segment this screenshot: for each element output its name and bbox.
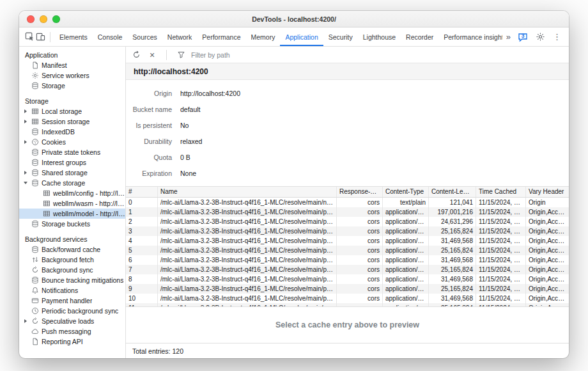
sidebar-item-manifest[interactable]: Manifest bbox=[19, 60, 125, 70]
tab-recorder[interactable]: Recorder bbox=[401, 28, 438, 46]
column-header-vary-header[interactable]: Vary Header bbox=[526, 187, 569, 197]
table-row[interactable]: 0 /mlc-ai/Llama-3.2-3B-Instruct-q4f16_1-… bbox=[126, 198, 569, 207]
settings-gear-icon[interactable] bbox=[535, 31, 546, 42]
tab-sources[interactable]: Sources bbox=[127, 28, 162, 46]
cell-content-type: application/oc… bbox=[383, 236, 429, 246]
sidebar-item-private-state-tokens[interactable]: Private state tokens bbox=[19, 147, 125, 157]
column-header-index[interactable]: # bbox=[126, 187, 158, 197]
cell-time-cached: 11/15/2024, 10… bbox=[476, 255, 526, 265]
column-header-content-length[interactable]: Content-Length bbox=[429, 187, 476, 197]
tab-application[interactable]: Application bbox=[280, 28, 323, 46]
sidebar-item-storage-buckets[interactable]: Storage buckets bbox=[19, 219, 125, 229]
sidebar-item-storage[interactable]: Storage bbox=[19, 81, 125, 91]
tab-elements[interactable]: Elements bbox=[54, 28, 93, 46]
sidebar-item-cache-webllm-config[interactable]: webllm/config - http://loc… bbox=[19, 188, 125, 198]
sidebar-item-speculative-loads[interactable]: Speculative loads bbox=[19, 316, 125, 326]
sidebar-item-bounce-tracking-mitigations[interactable]: Bounce tracking mitigations bbox=[19, 275, 125, 285]
issues-badge[interactable]: 3 bbox=[518, 32, 528, 42]
chevron-right-icon[interactable] bbox=[22, 319, 29, 323]
sidebar-item-cookies[interactable]: Cookies bbox=[19, 137, 125, 147]
minimize-window-button[interactable] bbox=[40, 15, 47, 23]
sidebar-item-service-workers[interactable]: Service workers bbox=[19, 70, 125, 81]
menu-dots-icon[interactable]: ⋮ bbox=[553, 32, 561, 42]
cell-response-type: cors bbox=[337, 255, 383, 265]
cell-time-cached: 11/15/2024, 10… bbox=[476, 274, 526, 284]
cell-content-length: 197,001,216 bbox=[429, 207, 476, 217]
table-row[interactable]: 8 /mlc-ai/Llama-3.2-3B-Instruct-q4f16_1-… bbox=[126, 274, 569, 284]
chevron-down-icon[interactable] bbox=[22, 182, 29, 184]
chevron-right-icon[interactable] bbox=[22, 171, 29, 175]
sidebar-item-payment-handler[interactable]: Payment handler bbox=[19, 296, 125, 306]
filter-by-path-input[interactable] bbox=[191, 51, 319, 59]
chevron-right-icon[interactable] bbox=[22, 120, 29, 123]
sidebar-item-back-forward-cache[interactable]: Back/forward cache bbox=[19, 244, 125, 255]
devtools-window: DevTools - localhost:4200/ Elements Cons… bbox=[19, 11, 569, 358]
cell-vary-header: Origin,Access… bbox=[526, 284, 569, 294]
tabbar-right-controls: » 3 ⋮ bbox=[502, 31, 569, 42]
sidebar-item-background-fetch[interactable]: Background fetch bbox=[19, 255, 125, 265]
tab-security[interactable]: Security bbox=[323, 28, 358, 46]
more-tabs-button[interactable]: » bbox=[506, 32, 511, 42]
sidebar-item-cache-storage[interactable]: Cache storage bbox=[19, 178, 125, 188]
tab-lighthouse[interactable]: Lighthouse bbox=[358, 28, 401, 46]
sidebar-item-cache-webllm-model[interactable]: webllm/model - http://loc… bbox=[19, 209, 125, 219]
table-row[interactable]: 6 /mlc-ai/Llama-3.2-3B-Instruct-q4f16_1-… bbox=[126, 255, 569, 265]
cache-entries-table: # Name Response-Type Content-Type Conten… bbox=[126, 186, 569, 306]
cell-content-length: 25,165,824 bbox=[429, 226, 476, 236]
cache-storage-panel: × http://localhost:4200 Originhttp://loc… bbox=[126, 47, 569, 358]
chevron-right-icon[interactable] bbox=[22, 109, 29, 113]
window-titlebar: DevTools - localhost:4200/ bbox=[19, 11, 569, 28]
table-row[interactable]: 7 /mlc-ai/Llama-3.2-3B-Instruct-q4f16_1-… bbox=[126, 265, 569, 274]
table-row[interactable]: 10 /mlc-ai/Llama-3.2-3B-Instruct-q4f16_1… bbox=[126, 294, 569, 303]
database-icon bbox=[31, 128, 39, 136]
tab-memory[interactable]: Memory bbox=[245, 28, 280, 46]
cell-name: /mlc-ai/Llama-3.2-3B-Instruct-q4f16_1-ML… bbox=[158, 246, 337, 255]
cell-time-cached: 11/15/2024, 10… bbox=[476, 246, 526, 255]
sidebar-item-background-sync[interactable]: Background sync bbox=[19, 265, 125, 275]
table-row[interactable]: 3 /mlc-ai/Llama-3.2-3B-Instruct-q4f16_1-… bbox=[126, 226, 569, 236]
sidebar-item-cache-webllm-wasm[interactable]: webllm/wasm - http://loca… bbox=[19, 198, 125, 209]
cell-name: /mlc-ai/Llama-3.2-3B-Instruct-q4f16_1-ML… bbox=[158, 274, 337, 284]
tab-label: Performance insights bbox=[444, 33, 502, 41]
inspect-icon[interactable] bbox=[24, 31, 35, 42]
meta-label: Quota bbox=[126, 154, 172, 161]
column-header-content-type[interactable]: Content-Type bbox=[383, 187, 429, 197]
table-row[interactable]: 9 /mlc-ai/Llama-3.2-3B-Instruct-q4f16_1-… bbox=[126, 284, 569, 294]
column-header-name[interactable]: Name bbox=[158, 187, 337, 197]
sidebar-item-session-storage[interactable]: Session storage bbox=[19, 116, 125, 127]
table-row[interactable]: 2 /mlc-ai/Llama-3.2-3B-Instruct-q4f16_1-… bbox=[126, 217, 569, 226]
column-header-response-type[interactable]: Response-Type bbox=[337, 187, 383, 197]
table-row[interactable]: 4 /mlc-ai/Llama-3.2-3B-Instruct-q4f16_1-… bbox=[126, 236, 569, 246]
origin-section-header[interactable]: http://localhost:4200 bbox=[126, 63, 569, 80]
tab-network[interactable]: Network bbox=[162, 28, 197, 46]
chevron-right-icon[interactable] bbox=[22, 140, 29, 144]
tab-console[interactable]: Console bbox=[93, 28, 128, 46]
sidebar-item-push-messaging[interactable]: Push messaging bbox=[19, 326, 125, 336]
sidebar-item-reporting-api[interactable]: Reporting API bbox=[19, 336, 125, 347]
cell-content-type: text/plain bbox=[383, 198, 429, 207]
refresh-button[interactable] bbox=[130, 49, 142, 61]
sidebar-item-interest-groups[interactable]: Interest groups bbox=[19, 157, 125, 168]
close-window-button[interactable] bbox=[27, 15, 35, 23]
delete-selected-button[interactable]: × bbox=[146, 49, 158, 61]
sidebar-item-indexeddb[interactable]: IndexedDB bbox=[19, 127, 125, 137]
table-row[interactable]: 5 /mlc-ai/Llama-3.2-3B-Instruct-q4f16_1-… bbox=[126, 246, 569, 255]
zoom-window-button[interactable] bbox=[52, 15, 60, 23]
column-header-time-cached[interactable]: Time Cached bbox=[476, 187, 526, 197]
cell-index: 5 bbox=[126, 246, 158, 255]
cell-vary-header: Origin,Access… bbox=[526, 246, 569, 255]
cell-index: 6 bbox=[126, 255, 158, 265]
sidebar-item-periodic-background-sync[interactable]: Periodic background sync bbox=[19, 306, 125, 316]
tab-performance[interactable]: Performance bbox=[197, 28, 245, 46]
sidebar-item-local-storage[interactable]: Local storage bbox=[19, 106, 125, 116]
cell-response-type: cors bbox=[337, 246, 383, 255]
table-row[interactable]: 1 /mlc-ai/Llama-3.2-3B-Instruct-q4f16_1-… bbox=[126, 207, 569, 217]
cell-name: /mlc-ai/Llama-3.2-3B-Instruct-q4f16_1-ML… bbox=[158, 294, 337, 303]
sidebar-item-shared-storage[interactable]: Shared storage bbox=[19, 168, 125, 178]
device-toolbar-icon[interactable] bbox=[35, 31, 46, 42]
tab-performance-insights[interactable]: Performance insights bbox=[438, 28, 502, 46]
sidebar-item-notifications[interactable]: Notifications bbox=[19, 285, 125, 296]
cell-vary-header: Origin,Access… bbox=[526, 265, 569, 274]
gear-icon bbox=[31, 72, 39, 79]
panel-toolbar: × bbox=[126, 47, 569, 63]
